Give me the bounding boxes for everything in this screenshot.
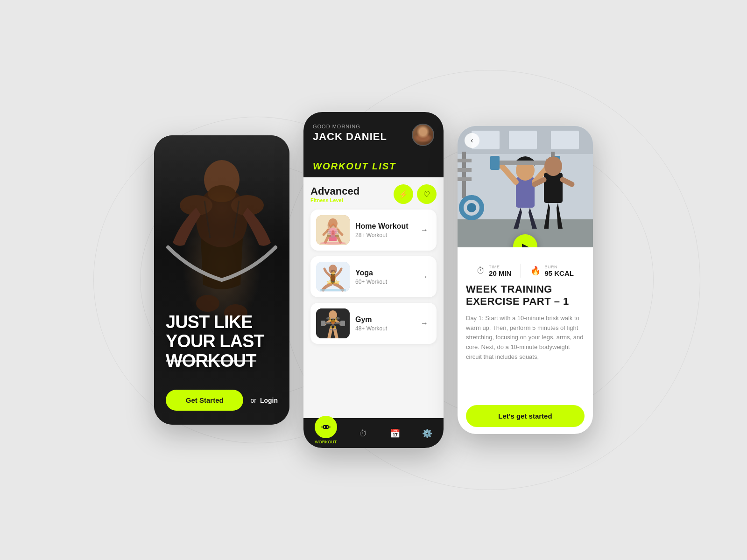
settings-icon: ⚙️ — [422, 428, 432, 439]
gym-arrow[interactable]: → — [418, 317, 431, 330]
hero-title: JUST LIKE YOUR LAST WORKOUT — [166, 313, 264, 371]
phone-workout-list: GOOD MORNING JACK DANIEL WORKOUT LIST Ad… — [303, 112, 444, 448]
yoga-thumbnail — [316, 262, 350, 292]
svg-point-9 — [320, 242, 346, 245]
clock-icon: ⏱ — [477, 266, 485, 276]
svg-point-5 — [196, 295, 219, 312]
filter-button[interactable]: ⚡ — [394, 184, 413, 204]
yoga-name: Yoga — [355, 269, 412, 277]
svg-point-44 — [544, 156, 562, 176]
bottom-nav: WORKOUT ⏱ 📅 ⚙️ — [303, 418, 444, 448]
exercise-description: Day 1: Start with a 10-minute brisk walk… — [466, 314, 585, 399]
workout-nav-label: WORKOUT — [315, 440, 337, 444]
burn-label: BURN — [544, 265, 574, 269]
nav-workout[interactable]: WORKOUT — [315, 423, 337, 444]
fire-icon: 🔥 — [530, 266, 541, 276]
home-workout-name: Home Workout — [355, 222, 412, 231]
time-value: 20 MIN — [489, 269, 511, 277]
svg-rect-19 — [329, 427, 331, 427]
athlete-background — [154, 135, 289, 425]
phone1-actions: Get Started or Login — [166, 390, 278, 411]
svg-rect-16 — [321, 321, 325, 326]
fitness-level-row: Advanced Fitness Level ⚡ ♡ — [310, 184, 437, 204]
svg-rect-43 — [544, 173, 563, 203]
svg-rect-17 — [340, 321, 345, 326]
home-workout-info: Home Workout 28+ Workout — [355, 222, 412, 238]
phone-exercise-detail: ‹ ▶ ⏱ TIME 20 MIN 🔥 BURN — [458, 126, 593, 434]
user-info: GOOD MORNING JACK DANIEL — [313, 124, 387, 143]
fitness-sub: Fitness Level — [310, 197, 359, 203]
get-started-button[interactable]: Get Started — [166, 390, 243, 411]
fitness-level-info: Advanced Fitness Level — [310, 185, 359, 203]
svg-rect-12 — [320, 289, 346, 291]
svg-point-14 — [329, 310, 337, 320]
timer-icon: ⏱ — [359, 429, 367, 439]
svg-point-37 — [467, 203, 476, 212]
workout-header: GOOD MORNING JACK DANIEL — [303, 112, 444, 155]
svg-rect-26 — [509, 131, 537, 149]
workout-list-label: WORKOUT LIST — [303, 155, 444, 177]
fitness-buttons: ⚡ ♡ — [394, 184, 437, 204]
phone-landing: JUST LIKE YOUR LAST WORKOUT Get Started … — [154, 135, 289, 425]
gym-name: Gym — [355, 315, 412, 324]
yoga-workout-info: Yoga 60+ Workout — [355, 269, 412, 285]
svg-rect-30 — [458, 168, 472, 172]
svg-rect-27 — [551, 131, 579, 149]
workout-nav-icon[interactable] — [315, 416, 337, 438]
svg-rect-38 — [516, 177, 535, 208]
nav-calendar[interactable]: 📅 — [390, 428, 400, 439]
workout-card-home[interactable]: Home Workout 28+ Workout → — [310, 210, 437, 251]
workout-card-gym[interactable]: Gym 48+ Workout → — [310, 303, 437, 344]
avatar[interactable] — [412, 124, 434, 146]
yoga-count: 60+ Workout — [355, 279, 412, 285]
svg-rect-21 — [324, 426, 325, 428]
login-area: or Login — [250, 397, 278, 404]
greeting-text: GOOD MORNING — [313, 124, 387, 129]
home-workout-count: 28+ Workout — [355, 232, 412, 238]
home-thumbnail — [316, 215, 350, 245]
svg-rect-31 — [458, 177, 472, 181]
back-button[interactable]: ‹ — [465, 133, 479, 148]
gym-image: ‹ ▶ — [458, 126, 593, 247]
calendar-icon: 📅 — [390, 428, 400, 439]
svg-rect-15 — [323, 322, 343, 324]
fitness-title: Advanced — [310, 185, 359, 197]
svg-point-11 — [329, 265, 337, 274]
favorite-button[interactable]: ♡ — [417, 184, 437, 204]
time-stat: ⏱ TIME 20 MIN — [467, 265, 521, 277]
burn-stat: 🔥 BURN 95 KCAL — [521, 265, 583, 277]
or-text: or — [250, 397, 256, 404]
workout-strikethrough: WORKOUT — [166, 351, 256, 371]
gym-count: 48+ Workout — [355, 325, 412, 332]
avatar-icon — [413, 125, 433, 145]
yoga-arrow[interactable]: → — [418, 270, 431, 283]
stats-row: ⏱ TIME 20 MIN 🔥 BURN 95 KCAL — [466, 264, 585, 278]
lets-get-started-button[interactable]: Let's get started — [466, 405, 585, 427]
svg-point-4 — [208, 185, 236, 202]
time-label: TIME — [489, 265, 511, 269]
svg-rect-29 — [458, 159, 472, 162]
svg-rect-41 — [490, 156, 500, 170]
exercise-body: ⏱ TIME 20 MIN 🔥 BURN 95 KCAL WE — [458, 247, 593, 434]
login-link[interactable]: Login — [260, 397, 278, 404]
home-workout-arrow[interactable]: → — [418, 224, 431, 237]
svg-rect-22 — [327, 426, 328, 428]
nav-timer[interactable]: ⏱ — [359, 429, 367, 439]
svg-rect-18 — [321, 427, 323, 427]
nav-settings[interactable]: ⚙️ — [422, 428, 432, 439]
gym-thumbnail — [316, 308, 350, 338]
workout-card-yoga[interactable]: Yoga 60+ Workout → — [310, 256, 437, 297]
svg-point-8 — [328, 218, 338, 229]
user-name: JACK DANIEL — [313, 131, 387, 143]
svg-rect-20 — [323, 425, 329, 429]
workout-body: Advanced Fitness Level ⚡ ♡ — [303, 177, 444, 418]
exercise-title: WEEK TRAINING EXERCISE PART – 1 — [466, 283, 585, 308]
burn-value: 95 KCAL — [544, 269, 574, 277]
gym-workout-info: Gym 48+ Workout — [355, 315, 412, 332]
